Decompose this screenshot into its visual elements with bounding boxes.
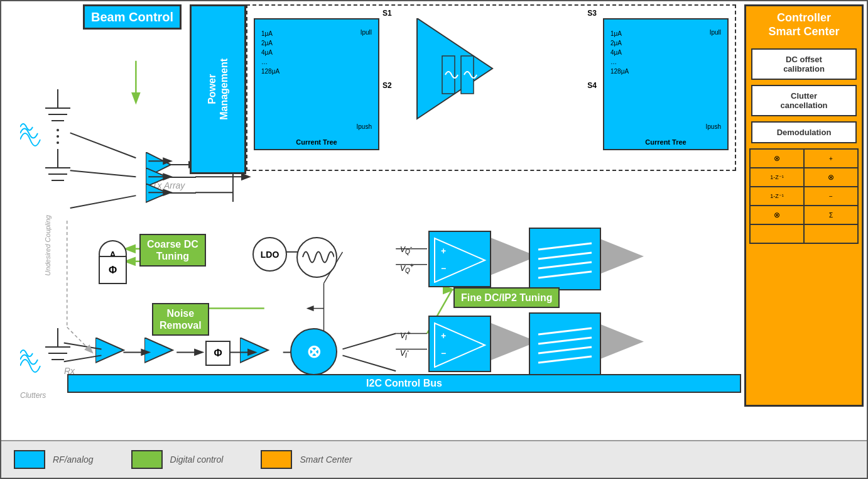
- svg-line-73: [538, 253, 592, 259]
- ct-left-ipull: Ipull: [361, 29, 372, 36]
- clutter-cancellation-item: Cluttercancellation: [751, 85, 857, 116]
- svg-point-48: [57, 141, 59, 144]
- amp-tx3: [146, 184, 199, 209]
- fine-dc-text: Fine DC/IP2 Tuning: [461, 292, 552, 304]
- ct-left-ipush: Ipush: [357, 123, 372, 130]
- filter-top: [529, 228, 601, 290]
- osc-waveform: [300, 240, 334, 275]
- phi-label-bottom: Φ: [214, 348, 222, 359]
- phi-label-top: Φ: [109, 265, 117, 276]
- diff-amp-top: + −: [428, 231, 491, 287]
- power-management-title: PowerManagement: [206, 58, 230, 120]
- legend-digital-box: [131, 450, 163, 469]
- smart-center-box: ControllerSmart Center DC offsetcalibrat…: [744, 4, 864, 407]
- svg-line-75: [538, 272, 592, 278]
- coarse-dc-box: Coarse DCTuning: [139, 234, 206, 267]
- tx-antenna-svg: [20, 83, 102, 209]
- svg-marker-57: [146, 184, 168, 202]
- diff-amp-bottom-svg: + −: [431, 320, 488, 368]
- legend-smart-box: [261, 450, 292, 469]
- noise-removal-box: NoiseRemoval: [152, 303, 209, 336]
- legend-digital-control: Digital control: [131, 450, 224, 469]
- s2-label: S2: [382, 81, 392, 90]
- i2c-bus: I2C Control Bus: [67, 374, 741, 393]
- svg-marker-61: [240, 338, 268, 363]
- smart-center-title: ControllerSmart Center: [746, 6, 862, 43]
- vi-plus-label: VI+: [400, 329, 411, 341]
- demod-cell-2: +: [804, 149, 858, 168]
- dc-offset-calibration-item: DC offsetcalibration: [751, 48, 857, 80]
- svg-marker-59: [95, 338, 124, 363]
- svg-line-74: [538, 262, 592, 268]
- diff-amp-bottom: + −: [428, 316, 491, 372]
- svg-point-46: [57, 129, 59, 131]
- demod-cell-7: ⊗: [750, 206, 804, 224]
- legend-digital-label: Digital control: [170, 454, 224, 465]
- beam-control-title: Beam Control: [91, 9, 173, 25]
- beam-control-box: Beam Control: [83, 4, 182, 30]
- legend-rf-box: [14, 450, 45, 469]
- vq-plus-label: VQ+: [400, 262, 414, 274]
- undesired-coupling-label: Undesired Coupling: [44, 215, 52, 276]
- demodulation-title-item: Demodulation: [751, 121, 857, 143]
- current-tree-left-box: 1μA2μA4μA…128μA Ipull Ipush Current Tree: [254, 18, 379, 150]
- main-container: Beam Control PowerManagement S1 S2 S3 S4: [0, 0, 868, 479]
- noise-removal-text: NoiseRemoval: [160, 307, 202, 331]
- legend-smart-label: Smart Center: [300, 454, 352, 465]
- ct-left-currents: 1μA2μA4μA…128μA: [261, 29, 279, 76]
- demodulation-grid: ⊗ + 1-Z⁻¹ ⊗ 1-Z⁻¹ − ⊗ Σ: [749, 148, 859, 244]
- svg-marker-69: [435, 323, 485, 367]
- ldo-box: LDO: [252, 237, 287, 272]
- svg-line-77: [538, 338, 592, 344]
- coarse-dc-text: Coarse DCTuning: [147, 238, 198, 262]
- ct-right-ipush: Ipush: [706, 123, 721, 130]
- demod-cell-9: [750, 224, 804, 243]
- svg-text:+: +: [441, 246, 446, 256]
- fine-dc-box: Fine DC/IP2 Tuning: [453, 287, 560, 308]
- diff-amp-top-svg: + −: [431, 235, 488, 283]
- phi-block-top: Φ: [99, 256, 127, 284]
- vi-minus-label: VI-: [400, 347, 409, 359]
- ct-right-label: Current Tree: [645, 138, 686, 146]
- svg-line-18: [342, 333, 396, 349]
- current-tree-dashed-box: S1 S2 S3 S4 1μA2μA4μA…128μA Ipull Ipus: [246, 4, 736, 171]
- demod-cell-5: 1-Z⁻¹: [750, 187, 804, 206]
- mixer-box: ⊗: [290, 328, 337, 375]
- rx-amp1: [95, 338, 130, 369]
- demod-cell-6: −: [804, 187, 858, 206]
- ldo-label: LDO: [261, 250, 279, 260]
- i2c-bus-text: I2C Control Bus: [366, 378, 442, 389]
- filter-bottom-svg: [532, 316, 598, 372]
- s4-label: S4: [587, 81, 597, 90]
- svg-marker-66: [435, 238, 485, 282]
- s3-label: S3: [587, 9, 597, 18]
- demod-cell-8: Σ: [804, 206, 858, 224]
- filter-bottom: [529, 312, 601, 375]
- svg-line-79: [538, 356, 592, 363]
- demod-cell-3: 1-Z⁻¹: [750, 168, 804, 187]
- svg-text:+: +: [441, 331, 446, 341]
- ct-right-currents: 1μA2μA4μA…128μA: [610, 29, 629, 76]
- svg-line-19: [342, 355, 396, 371]
- s1-label: S1: [382, 9, 392, 18]
- demod-cell-1: ⊗: [750, 149, 804, 168]
- legend-smart-center: Smart Center: [261, 450, 352, 469]
- legend-rf-analog: RF/analog: [14, 450, 94, 469]
- phi-block-bottom: Φ: [205, 341, 231, 366]
- big-triangle-svg: [392, 18, 518, 144]
- svg-rect-41: [461, 56, 474, 94]
- demod-cell-4: ⊗: [804, 168, 858, 187]
- current-tree-right-box: 1μA2μA4μA…128μA Ipull Ipush Current Tree: [603, 18, 729, 150]
- svg-text:−: −: [441, 348, 446, 358]
- diagram-area: Beam Control PowerManagement S1 S2 S3 S4: [1, 1, 867, 440]
- rx-amp3: [240, 338, 274, 369]
- rx-amp2: [144, 338, 179, 369]
- legend-rf-label: RF/analog: [53, 454, 94, 465]
- svg-line-72: [538, 243, 592, 250]
- legend-bar: RF/analog Digital control Smart Center: [1, 440, 867, 478]
- svg-text:−: −: [441, 263, 446, 273]
- filter-top-svg: [532, 231, 598, 287]
- svg-line-78: [538, 347, 592, 353]
- mixer-x-icon: ⊗: [307, 341, 321, 362]
- svg-line-76: [538, 328, 592, 334]
